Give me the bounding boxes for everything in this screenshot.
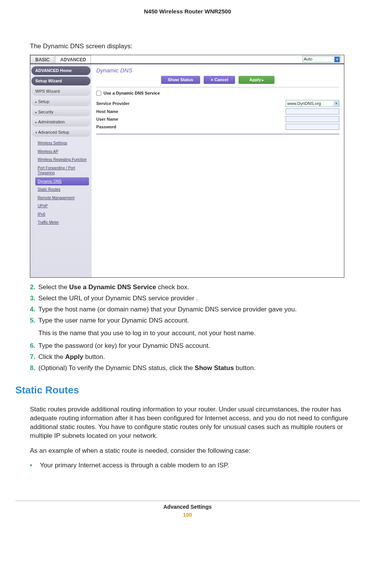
- step-7: 7. Click the Apply button.: [30, 353, 360, 362]
- sidebar-item-advanced-home[interactable]: ADVANCED Home: [31, 66, 90, 75]
- section-heading: Static Routes: [15, 383, 360, 397]
- show-status-button[interactable]: Show Status: [161, 76, 200, 84]
- step-3: 3. Select the URL of your Dynamic DNS se…: [30, 294, 360, 303]
- step-number: 6.: [30, 342, 38, 351]
- username-input[interactable]: [286, 116, 339, 122]
- page-footer: Advanced Settings 100: [15, 501, 360, 519]
- step-bold: Apply: [65, 353, 83, 360]
- step-text: (Optional) To verify the Dynamic DNS sta…: [38, 364, 195, 372]
- sidebar-submenu: Wireless Settings Wireless AP Wireless R…: [31, 138, 90, 228]
- sidebar-sub-static[interactable]: Static Routes: [38, 185, 90, 194]
- step-6: 6. Type the password (or key) for your D…: [30, 342, 360, 351]
- step-text: button.: [234, 364, 256, 372]
- step-number: 2.: [30, 283, 38, 292]
- sidebar-sub-repeating[interactable]: Wireless Repeating Function: [38, 156, 90, 164]
- divider: [96, 134, 339, 134]
- chevron-down-icon: ▾: [334, 57, 340, 62]
- step-bold: Show Status: [195, 364, 234, 372]
- sidebar-item-administration[interactable]: Administration: [31, 118, 90, 126]
- auto-dropdown[interactable]: Auto ▾: [303, 56, 341, 62]
- step-text: Select the: [38, 283, 69, 291]
- sidebar-item-wps-wizard[interactable]: WPS Wizard: [31, 87, 90, 96]
- hostname-input[interactable]: [286, 108, 339, 115]
- step-5: 5. Type the user name for your Dynamic D…: [30, 316, 360, 338]
- sidebar-sub-upnp[interactable]: UPnP: [38, 202, 90, 210]
- paragraph: Static routes provide additional routing…: [30, 405, 360, 441]
- sidebar-sub-wireless-ap[interactable]: Wireless AP: [38, 147, 90, 156]
- tab-basic[interactable]: BASIC: [30, 55, 54, 63]
- step-2: 2. Select the Use a Dynamic DNS Service …: [30, 283, 360, 292]
- step-number: 5.: [30, 316, 38, 338]
- doc-header: N450 Wireless Router WNR2500: [15, 8, 360, 15]
- provider-value: www.DynDNS.org: [287, 101, 321, 106]
- sidebar-item-security[interactable]: Security: [31, 108, 90, 116]
- step-text: Type the user name for your Dynamic DNS …: [38, 317, 189, 324]
- auto-dropdown-label: Auto: [304, 56, 312, 62]
- sidebar-sub-ipv6[interactable]: IPv6: [38, 210, 90, 219]
- content-pane: Dynamic DNS Show Status Cancel Apply Use…: [92, 64, 344, 277]
- sidebar-sub-portfw[interactable]: Port Forwarding / Port Triggering: [38, 164, 90, 177]
- sidebar-sub-remote[interactable]: Remote Management: [38, 194, 90, 202]
- sidebar-sub-wireless[interactable]: Wireless Settings: [38, 139, 90, 147]
- hostname-label: Host Name: [96, 109, 286, 115]
- use-ddns-label: Use a Dynamic DNS Service: [104, 90, 160, 96]
- tab-advanced[interactable]: ADVANCED: [55, 55, 91, 63]
- step-text: button.: [83, 353, 105, 360]
- step-text: Select the URL of your Dynamic DNS servi…: [38, 294, 360, 303]
- step-4: 4. Type the host name (or domain name) t…: [30, 305, 360, 314]
- sidebar-sub-traffic[interactable]: Traffic Meter: [38, 218, 90, 227]
- step-text: check box.: [156, 283, 189, 291]
- step-number: 7.: [30, 353, 38, 362]
- use-ddns-checkbox[interactable]: [96, 91, 101, 96]
- bullet-item: • Your primary Internet access is throug…: [30, 461, 360, 470]
- step-text: Type the host name (or domain name) that…: [38, 305, 360, 314]
- provider-select[interactable]: www.DynDNS.org ▾: [286, 100, 339, 107]
- router-screenshot: BASIC ADVANCED Auto ▾ ADVANCED Home Setu…: [30, 55, 344, 278]
- step-text: Type the password (or key) for your Dyna…: [38, 342, 360, 351]
- page-number: 100: [15, 511, 360, 519]
- step-number: 4.: [30, 305, 38, 314]
- password-label: Password: [96, 124, 286, 130]
- paragraph: As an example of when a static route is …: [30, 447, 360, 455]
- username-label: User Name: [96, 116, 286, 122]
- sidebar-item-advanced-setup[interactable]: Advanced Setup: [31, 128, 90, 137]
- bullet-text: Your primary Internet access is through …: [40, 461, 229, 470]
- chevron-down-icon: ▾: [334, 101, 339, 106]
- sidebar-sub-ddns[interactable]: Dynamic DNS: [35, 177, 89, 186]
- divider: [96, 87, 339, 87]
- footer-section: Advanced Settings: [15, 503, 360, 511]
- step-number: 8.: [30, 364, 38, 373]
- cancel-button[interactable]: Cancel: [204, 76, 235, 84]
- sidebar-item-setup[interactable]: Setup: [31, 97, 90, 106]
- page-title: Dynamic DNS: [96, 67, 339, 74]
- button-row: Show Status Cancel Apply: [96, 76, 339, 84]
- step-text: Click the: [38, 353, 65, 360]
- intro-text: The Dynamic DNS screen displays:: [30, 42, 360, 51]
- apply-button[interactable]: Apply: [238, 76, 275, 84]
- step-8: 8. (Optional) To verify the Dynamic DNS …: [30, 364, 360, 373]
- tab-bar: BASIC ADVANCED: [30, 55, 344, 64]
- sidebar-item-setup-wizard[interactable]: Setup Wizard: [31, 77, 90, 85]
- step-number: 3.: [30, 294, 38, 303]
- step-bold: Use a Dynamic DNS Service: [69, 283, 156, 291]
- step-subtext: This is the name that you use to log in …: [38, 329, 360, 338]
- sidebar: ADVANCED Home Setup Wizard WPS Wizard Se…: [30, 64, 92, 277]
- provider-label: Service Provider: [96, 101, 286, 106]
- bullet-icon: •: [30, 461, 40, 470]
- password-input[interactable]: [286, 124, 339, 130]
